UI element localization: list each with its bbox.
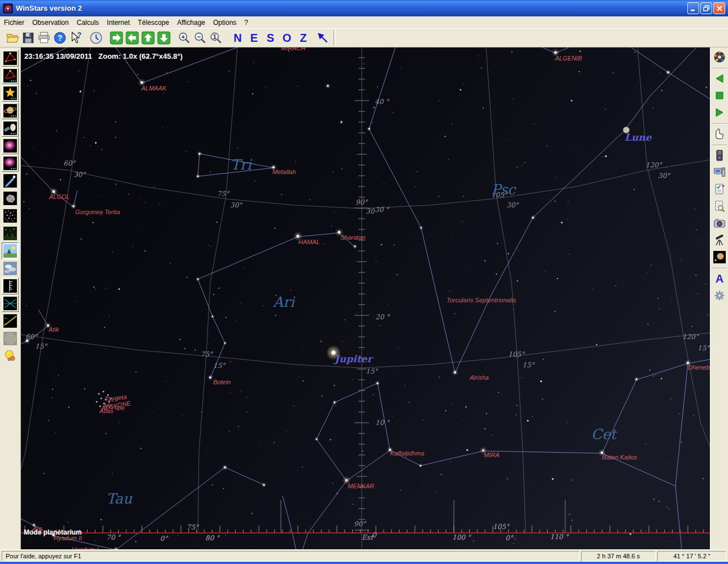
- sky-canvas[interactable]: MIRACHALMAAKALGENIBMetallahALGOLGorgonea…: [21, 47, 710, 549]
- svg-text:75°: 75°: [187, 523, 199, 531]
- toggle-night-landscape[interactable]: [2, 225, 19, 242]
- tool-server-tower[interactable]: [712, 148, 727, 163]
- stop-icon: [713, 89, 726, 102]
- toggle-coordinate-grid[interactable]: [2, 295, 19, 312]
- tool-document-search[interactable]: [712, 199, 727, 214]
- toggle-clouds[interactable]: [2, 260, 19, 277]
- toggle-field-circles[interactable]: [2, 330, 19, 347]
- svg-text:23:16:35 13/09/2011: 23:16:35 13/09/2011: [24, 52, 92, 60]
- toggle-asteroids[interactable]: [2, 190, 19, 207]
- tool-stop[interactable]: [712, 88, 727, 103]
- zoom-in-icon: +: [177, 31, 192, 45]
- toolbar-button-context-help[interactable]: ?: [68, 30, 84, 46]
- toggle-star-clusters[interactable]: [2, 207, 19, 224]
- svg-text:90°: 90°: [354, 520, 366, 528]
- svg-text:75°: 75°: [201, 350, 213, 358]
- status-declination: 41 ° 17 ' 5.2 ": [657, 551, 726, 561]
- tool-planet-view[interactable]: [712, 250, 727, 264]
- toolbar-button-zoom-in[interactable]: +: [176, 30, 192, 46]
- toolbar-button-pan-left[interactable]: [124, 30, 140, 46]
- toolbar-button-clock[interactable]: [88, 30, 104, 46]
- toolbar-button-diagonal-arrow[interactable]: [315, 30, 331, 46]
- svg-text:ALGENIB: ALGENIB: [554, 55, 582, 62]
- svg-text:HAMAL: HAMAL: [298, 238, 320, 245]
- svg-text:30°: 30°: [506, 201, 519, 209]
- toolbar-button-open[interactable]: [5, 30, 20, 46]
- svg-text:Lune: Lune: [625, 132, 652, 143]
- toolbar-button-zoom-out[interactable]: −: [192, 30, 208, 46]
- minimize-button[interactable]: [687, 2, 699, 14]
- toolbar-button-help[interactable]: ?: [52, 30, 68, 46]
- menu-?[interactable]: ?: [240, 18, 252, 28]
- play-icon: [713, 106, 726, 119]
- toggle-ecliptic-line[interactable]: [2, 313, 19, 329]
- svg-text:30 °: 30 °: [375, 206, 389, 214]
- toolbar-button-print[interactable]: [36, 30, 52, 46]
- menu-calculs[interactable]: Calculs: [73, 18, 103, 28]
- toggle-planets[interactable]: [2, 102, 19, 119]
- media-film-icon: [713, 50, 726, 64]
- toolbar-button-south[interactable]: S: [262, 30, 279, 46]
- svg-text:1: 1: [213, 33, 216, 40]
- restore-button[interactable]: [700, 2, 712, 14]
- tool-play[interactable]: [712, 105, 727, 120]
- print-icon: [37, 31, 51, 45]
- toolbar-button-save[interactable]: [20, 30, 36, 46]
- title-bar: WinStars version 2: [0, 0, 728, 16]
- tools-toolbar: A: [710, 47, 728, 549]
- tool-gear[interactable]: [712, 288, 727, 303]
- toggle-star-names[interactable]: [2, 85, 19, 102]
- toolbar-button-zenith[interactable]: Z: [295, 30, 311, 46]
- toolbar-button-pan-up[interactable]: [140, 30, 156, 46]
- computer-icon: [713, 166, 726, 179]
- toggle-nebulae-names[interactable]: [2, 155, 19, 172]
- svg-text:Sharatan: Sharatan: [340, 234, 366, 241]
- tool-media-film[interactable]: [712, 50, 727, 64]
- svg-text:110 °: 110 °: [550, 533, 569, 541]
- svg-text:15°: 15°: [366, 367, 378, 375]
- toggle-nebulae[interactable]: [2, 137, 19, 154]
- tool-hand-pointer[interactable]: [712, 127, 727, 141]
- tool-letter-a[interactable]: A: [712, 271, 727, 286]
- menu-options[interactable]: Options: [209, 18, 240, 28]
- menu-observation[interactable]: Observation: [28, 18, 73, 28]
- toggle-constellation-names[interactable]: [2, 67, 19, 84]
- rewind-icon: [713, 72, 726, 85]
- svg-text:−: −: [197, 33, 201, 40]
- menu-affichage[interactable]: Affichage: [173, 18, 209, 28]
- tool-settings-checklist[interactable]: [712, 182, 727, 197]
- toggle-day-landscape[interactable]: [2, 242, 19, 259]
- close-button[interactable]: [713, 2, 725, 14]
- tool-camera[interactable]: [712, 216, 727, 231]
- svg-text:Metallah: Metallah: [272, 168, 296, 175]
- toolbar-button-zoom-reset[interactable]: 1: [208, 30, 224, 46]
- sky-view[interactable]: MIRACHALMAAKALGENIBMetallahALGOLGorgonea…: [21, 47, 710, 549]
- toggle-constellation-lines[interactable]: [2, 50, 19, 67]
- toggle-altitude-scale[interactable]: [2, 277, 19, 294]
- toolbar-button-west[interactable]: O: [279, 30, 295, 46]
- display-options-toolbar: [0, 47, 21, 549]
- toolbar-button-pan-down[interactable]: [156, 30, 172, 46]
- svg-text:20 °: 20 °: [375, 313, 390, 321]
- toolbar-button-north[interactable]: N: [229, 30, 246, 46]
- svg-text:40 °: 40 °: [375, 98, 389, 106]
- tool-telescope[interactable]: [712, 233, 727, 248]
- nebulae-icon: [3, 138, 18, 153]
- svg-text:105°: 105°: [493, 523, 510, 531]
- menu-tlescope[interactable]: Télescope: [134, 18, 173, 28]
- tool-rewind[interactable]: [712, 71, 727, 86]
- svg-text:Botein: Botein: [213, 379, 231, 385]
- tool-computer[interactable]: [712, 165, 727, 180]
- svg-text:0°: 0°: [160, 535, 168, 543]
- svg-text:15°: 15°: [35, 342, 47, 350]
- toggle-comets[interactable]: [2, 172, 19, 189]
- toggle-light-bulb[interactable]: [2, 348, 19, 365]
- menu-fichier[interactable]: Fichier: [0, 18, 28, 28]
- toggle-satellites[interactable]: [2, 120, 19, 137]
- toolbar-button-east[interactable]: E: [246, 30, 262, 46]
- svg-text:100 °: 100 °: [452, 533, 471, 541]
- svg-text:Zoom: 1.0x (62.7°x45.8°): Zoom: 1.0x (62.7°x45.8°): [98, 52, 183, 60]
- menu-internet[interactable]: Internet: [103, 18, 134, 28]
- camera-icon: [713, 216, 726, 230]
- toolbar-button-pan-right[interactable]: [109, 30, 124, 46]
